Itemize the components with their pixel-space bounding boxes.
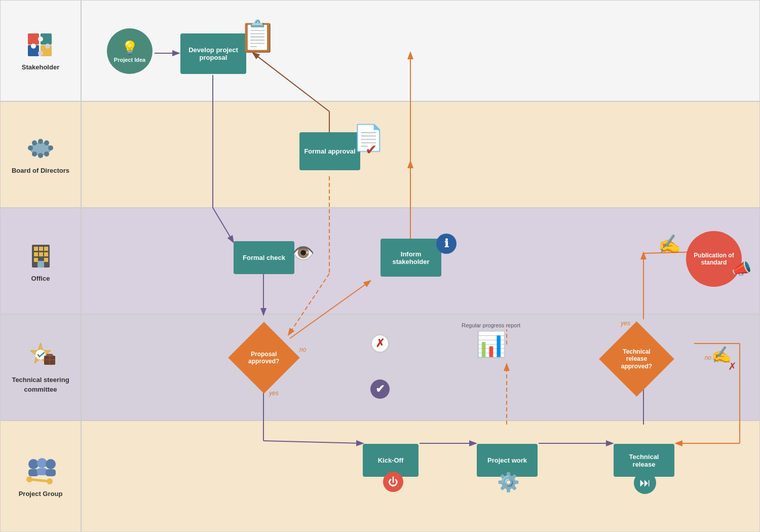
- svg-point-41: [47, 478, 53, 484]
- svg-rect-20: [44, 247, 48, 251]
- stakeholder-icon: [25, 31, 56, 60]
- tech-release-label: Technical release: [618, 453, 670, 468]
- rejection-x-icon: ✗: [728, 360, 737, 372]
- proposal-approved-diamond: Proposal approved?: [228, 322, 299, 393]
- svg-point-14: [44, 151, 49, 157]
- svg-point-12: [44, 140, 49, 145]
- tech-release-approved-diamond: Technical release approved?: [599, 321, 674, 396]
- swim-lane-tsc: Proposal approved? no yes ✗ ✔ Regular pr…: [81, 314, 760, 421]
- office-icon: [27, 240, 55, 272]
- pg-label: Project Group: [19, 490, 63, 498]
- svg-rect-23: [44, 252, 48, 256]
- tsc-label: Technical steering committee: [6, 375, 75, 394]
- svg-point-33: [28, 459, 39, 469]
- svg-point-6: [45, 44, 50, 49]
- pg-icon: [24, 455, 57, 487]
- cross-icon: ✗: [370, 334, 390, 353]
- svg-point-40: [26, 476, 32, 482]
- inform-stakeholder-box: Inform stakeholder: [381, 239, 441, 277]
- lane-label-pg: Project Group: [0, 421, 81, 532]
- lane-label-office: Office: [0, 208, 81, 314]
- main-container: Stakeholder Board of Directors: [0, 0, 760, 532]
- swim-lane-board: Formal approval 📄 ✔: [81, 101, 760, 208]
- board-icon: [24, 134, 57, 163]
- svg-rect-26: [37, 261, 44, 268]
- swim-lane-office: Formal check 👁️ Inform stakeholder ℹ Pub…: [81, 208, 760, 314]
- stakeholder-label: Stakeholder: [22, 63, 59, 71]
- svg-rect-38: [46, 469, 56, 476]
- proposal-approved-label: Proposal approved?: [239, 349, 289, 367]
- svg-point-13: [32, 151, 37, 157]
- progress-report-area: Regular progress report 📊: [462, 322, 520, 359]
- yes-label-proposal: yes: [269, 390, 279, 397]
- svg-rect-22: [39, 252, 43, 256]
- svg-point-7: [38, 51, 43, 56]
- svg-rect-24: [34, 258, 38, 262]
- approval-check-icon: ✔: [365, 141, 377, 158]
- project-idea-node: 💡 Project Idea: [107, 28, 153, 74]
- svg-point-10: [48, 145, 53, 150]
- formal-check-box: Formal check: [234, 241, 294, 274]
- megaphone-icon: 📣: [732, 259, 752, 278]
- svg-rect-21: [34, 252, 38, 256]
- svg-point-5: [31, 44, 36, 49]
- office-label: Office: [31, 275, 50, 282]
- svg-point-35: [37, 458, 47, 468]
- progress-report-label: Regular progress report: [462, 322, 520, 328]
- inform-stakeholder-label: Inform stakeholder: [385, 250, 437, 265]
- svg-rect-19: [39, 247, 43, 251]
- svg-rect-0: [28, 33, 39, 45]
- eye-icon: 👁️: [292, 243, 315, 264]
- lane-labels: Stakeholder Board of Directors: [0, 0, 81, 532]
- svg-rect-18: [34, 247, 38, 251]
- formal-approval-label: Formal approval: [304, 147, 355, 155]
- swim-lane-stakeholder: 💡 Project Idea Develop project proposal …: [81, 0, 760, 101]
- project-idea-label: Project Idea: [114, 57, 145, 63]
- gear-icon: ⚙️: [497, 472, 520, 493]
- svg-point-4: [38, 36, 43, 42]
- document-icon: 📋: [239, 18, 277, 54]
- svg-rect-25: [44, 258, 48, 262]
- svg-point-16: [38, 153, 43, 158]
- no-label-tech: no: [705, 354, 711, 361]
- project-work-label: Project work: [487, 457, 527, 464]
- yes-label-tech: yes: [621, 320, 630, 327]
- lane-label-tsc: Technical steering committee: [0, 314, 81, 421]
- info-icon: ℹ: [436, 234, 457, 254]
- swim-lane-pg: Kick-Off ⏻ Project work ⚙️ Technical rel…: [81, 421, 760, 532]
- lane-label-stakeholder: Stakeholder: [0, 0, 81, 101]
- svg-point-9: [28, 145, 33, 150]
- formal-approval-box: Formal approval: [299, 132, 360, 170]
- svg-line-39: [29, 479, 50, 481]
- develop-proposal-label: Develop project proposal: [184, 46, 242, 61]
- svg-point-11: [32, 140, 37, 145]
- develop-proposal-box: Develop project proposal: [180, 33, 246, 74]
- board-label: Board of Directors: [12, 166, 69, 175]
- signing-icon: ✍️: [658, 234, 681, 255]
- check-icon: ✔: [370, 379, 390, 399]
- formal-check-label: Formal check: [243, 254, 285, 261]
- play-icon: ⏭: [634, 472, 656, 494]
- tech-release-approved-label: Technical release approved?: [610, 346, 663, 372]
- no-label-proposal: no: [299, 346, 306, 353]
- svg-point-15: [38, 139, 43, 144]
- lightbulb-icon: 💡: [122, 40, 138, 56]
- spreadsheet-icon: 📊: [462, 330, 520, 359]
- kickoff-label: Kick-Off: [378, 457, 404, 464]
- tsc-icon: [23, 340, 58, 372]
- power-icon: ⏻: [383, 472, 403, 492]
- lane-label-board: Board of Directors: [0, 101, 81, 208]
- publication-label: Publication of standard: [691, 252, 737, 266]
- diagram-area: 💡 Project Idea Develop project proposal …: [81, 0, 760, 532]
- svg-point-37: [46, 459, 56, 469]
